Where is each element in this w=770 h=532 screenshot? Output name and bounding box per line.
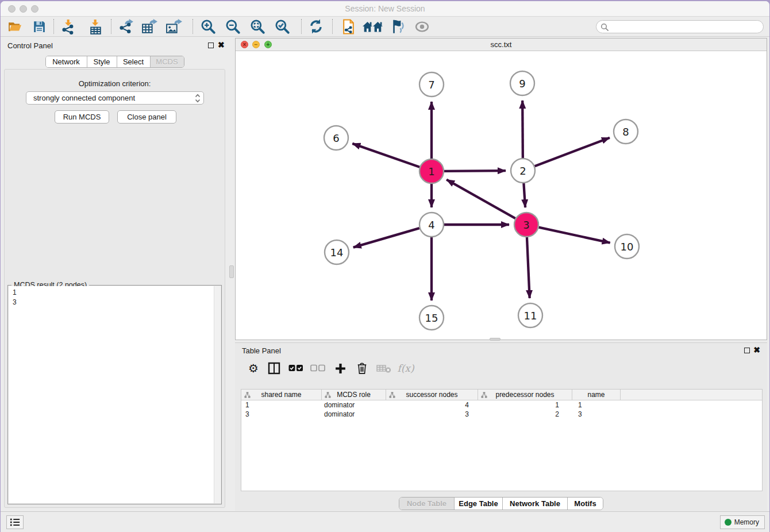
add-row-icon[interactable] — [332, 360, 349, 377]
deselect-all-icon[interactable] — [309, 360, 326, 377]
toolbar-separator — [111, 19, 111, 34]
column-header-successor-nodes[interactable]: successor nodes — [386, 390, 478, 400]
table-cell[interactable]: 2 — [478, 410, 572, 419]
node-label: 11 — [524, 310, 537, 322]
table-cell[interactable]: 4 — [386, 400, 478, 410]
tab-select[interactable]: Select — [117, 56, 151, 67]
list-icon — [9, 517, 21, 527]
zoom-fit-icon[interactable] — [249, 18, 266, 35]
table-body: 1dominator4113dominator323 — [241, 400, 762, 419]
edge-2-9[interactable] — [522, 101, 523, 158]
clone-network-icon[interactable] — [340, 18, 357, 35]
table-cell[interactable]: 3 — [572, 410, 621, 419]
graph-node-11[interactable]: 11 — [518, 303, 542, 327]
main-window: Session: New Session — [1, 1, 769, 532]
edge-3-1[interactable] — [446, 180, 515, 218]
select-all-icon[interactable] — [287, 360, 305, 377]
graph-node-10[interactable]: 10 — [615, 234, 639, 259]
graph-node-1[interactable]: 1 — [419, 159, 444, 183]
table-panel: Table Panel ✖ ⚙ — [235, 342, 767, 511]
function-icon[interactable]: f(x) — [397, 360, 414, 377]
result-scrollbar[interactable] — [214, 286, 221, 503]
vertical-splitter-handle[interactable] — [229, 265, 234, 278]
close-panel-button[interactable]: Close panel — [117, 110, 176, 124]
close-panel-icon[interactable]: ✖ — [218, 41, 225, 48]
zoom-in-icon[interactable] — [199, 18, 217, 35]
toolbar-separator — [332, 19, 333, 34]
graph-node-7[interactable]: 7 — [419, 72, 444, 97]
edge-4-14[interactable] — [353, 228, 419, 247]
graph-node-6[interactable]: 6 — [324, 126, 348, 150]
task-history-button[interactable] — [6, 515, 24, 529]
column-header-name[interactable]: name — [572, 390, 621, 400]
graph-node-2[interactable]: 2 — [511, 159, 535, 183]
graph-node-3[interactable]: 3 — [514, 213, 538, 237]
network-canvas[interactable]: 7968124314101511 — [236, 51, 767, 340]
search-box — [596, 20, 764, 33]
graph-node-4[interactable]: 4 — [419, 213, 444, 237]
tab-mcds[interactable]: MCDS — [151, 56, 184, 67]
save-icon[interactable] — [30, 18, 48, 35]
table-cell[interactable]: 1 — [478, 400, 572, 410]
column-header-shared-name[interactable]: shared name — [241, 390, 322, 400]
criterion-select[interactable]: strongly connected component — [26, 91, 204, 105]
tab-network-table[interactable]: Network Table — [503, 498, 568, 510]
edge-2-8[interactable] — [535, 138, 610, 167]
mcds-result-item: 1 — [13, 288, 214, 298]
horizontal-splitter-handle[interactable] — [490, 338, 500, 341]
home-icon[interactable] — [361, 18, 384, 35]
graph-node-15[interactable]: 15 — [419, 306, 444, 330]
float-panel-icon[interactable] — [208, 43, 214, 48]
delete-table-icon[interactable] — [375, 360, 392, 377]
memory-button[interactable]: Memory — [720, 515, 765, 529]
edge-2-3[interactable] — [523, 183, 525, 207]
search-icon — [600, 23, 609, 32]
table-cell[interactable]: dominator — [322, 400, 386, 410]
import-network-icon[interactable] — [60, 18, 77, 35]
table-row[interactable]: 3dominator323 — [241, 410, 762, 419]
node-table[interactable]: shared nameMCDS rolesuccessor nodesprede… — [241, 389, 763, 491]
export-table-icon[interactable] — [141, 18, 158, 35]
birds-eye-icon[interactable] — [413, 18, 430, 35]
run-mcds-button[interactable]: Run MCDS — [55, 110, 109, 124]
toolbar-separator — [192, 19, 193, 34]
graphics-details-icon[interactable] — [389, 18, 406, 35]
graph-node-14[interactable]: 14 — [325, 240, 349, 264]
table-cell[interactable]: 3 — [386, 410, 478, 419]
refresh-icon[interactable] — [307, 18, 325, 35]
columns-icon[interactable] — [265, 360, 283, 377]
network-window-title: scc.txt — [236, 40, 767, 49]
tab-style[interactable]: Style — [87, 56, 117, 67]
table-cell[interactable]: 1 — [241, 400, 322, 410]
mcds-result-list[interactable]: 13 — [9, 286, 214, 503]
network-graph[interactable]: 7968124314101511 — [236, 51, 767, 340]
tab-motifs[interactable]: Motifs — [568, 498, 603, 510]
export-network-icon[interactable] — [117, 18, 134, 35]
open-folder-icon[interactable] — [6, 18, 24, 35]
tab-node-table[interactable]: Node Table — [399, 498, 455, 510]
edge-1-2[interactable] — [444, 171, 506, 171]
table-cell[interactable]: 3 — [241, 410, 322, 419]
graph-node-9[interactable]: 9 — [510, 71, 534, 95]
delete-row-icon[interactable] — [353, 360, 371, 377]
node-label: 1 — [428, 165, 434, 178]
search-input[interactable] — [610, 21, 759, 32]
edge-3-10[interactable] — [538, 228, 610, 243]
zoom-selected-icon[interactable] — [274, 18, 291, 35]
settings-gear-icon[interactable]: ⚙ — [245, 360, 262, 377]
import-table-icon[interactable] — [87, 18, 104, 35]
edge-3-11[interactable] — [527, 237, 530, 298]
tab-network[interactable]: Network — [46, 56, 87, 67]
close-table-panel-icon[interactable]: ✖ — [753, 346, 760, 353]
zoom-out-icon[interactable] — [224, 18, 241, 35]
column-header-MCDS-role[interactable]: MCDS role — [322, 390, 386, 400]
export-image-icon[interactable] — [165, 18, 182, 35]
table-cell[interactable]: dominator — [322, 410, 386, 419]
table-cell[interactable]: 1 — [572, 400, 621, 410]
graph-node-8[interactable]: 8 — [614, 119, 638, 144]
table-row[interactable]: 1dominator411 — [241, 400, 762, 410]
float-table-panel-icon[interactable] — [744, 348, 750, 353]
tab-edge-table[interactable]: Edge Table — [455, 498, 503, 510]
column-header-predecessor-nodes[interactable]: predecessor nodes — [478, 390, 572, 400]
edge-1-6[interactable] — [352, 144, 419, 167]
